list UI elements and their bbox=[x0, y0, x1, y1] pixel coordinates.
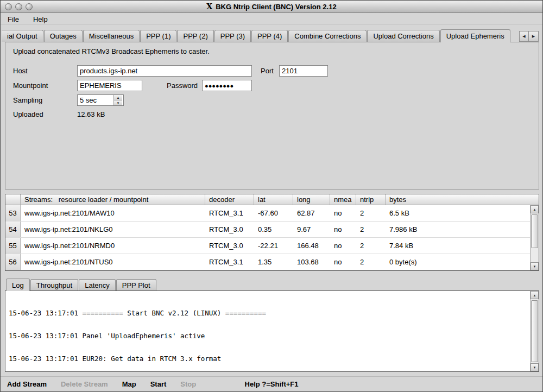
tab-upload-ephemeris[interactable]: Upload Ephemeris bbox=[440, 29, 510, 42]
sampling-spin-buttons: ▲ ▼ bbox=[113, 95, 122, 105]
log-line: 15-06-23 13:17:01 Panel 'UploadEphemeris… bbox=[9, 332, 527, 340]
x11-icon: X bbox=[206, 2, 212, 11]
streams-scrollbar[interactable]: ▲ ▼ bbox=[530, 205, 539, 270]
scrollbar-thumb[interactable] bbox=[531, 300, 538, 362]
cell-long: 9.67 bbox=[293, 222, 330, 237]
password-label: Password bbox=[167, 80, 198, 91]
spin-down-icon[interactable]: ▼ bbox=[114, 100, 122, 105]
tab-ppp-plot[interactable]: PPP Plot bbox=[116, 279, 156, 290]
header-decoder: decoder bbox=[205, 194, 254, 205]
spin-up-icon[interactable]: ▲ bbox=[114, 95, 122, 100]
stop-button: Stop bbox=[180, 380, 196, 388]
tab-serial-output[interactable]: ial Output bbox=[2, 30, 43, 42]
header-long: long bbox=[293, 194, 330, 205]
stream-row-53[interactable]: 53 www.igs-ip.net:2101/MAW10 RTCM_3.1 -6… bbox=[5, 205, 530, 222]
scroll-down-icon[interactable]: ▼ bbox=[531, 363, 539, 371]
add-stream-button[interactable]: Add Stream bbox=[7, 380, 47, 388]
row-number: 55 bbox=[5, 238, 21, 254]
help-shortcut-label: Help ?=Shift+F1 bbox=[245, 380, 299, 388]
map-button[interactable]: Map bbox=[122, 380, 136, 388]
main-tab-bar: ial Output Outages Miscellaneous PPP (1)… bbox=[2, 29, 516, 42]
row-number: 53 bbox=[5, 205, 21, 221]
tab-throughput[interactable]: Throughput bbox=[30, 279, 79, 290]
bottom-tab-bar: Log Throughput Latency PPP Plot bbox=[6, 279, 157, 291]
cell-nmea: no bbox=[330, 205, 356, 221]
cell-bytes: 0 byte(s) bbox=[386, 254, 530, 270]
tab-scroll-left-icon[interactable]: ◀ bbox=[519, 31, 529, 42]
tab-upload-corrections[interactable]: Upload Corrections bbox=[367, 30, 439, 42]
menu-file[interactable]: File bbox=[6, 15, 21, 24]
delete-stream-button: Delete Stream bbox=[61, 380, 108, 388]
tab-log[interactable]: Log bbox=[6, 279, 30, 291]
stream-row-56[interactable]: 56 www.igs-ip.net:2101/NTUS0 RTCM_3.1 1.… bbox=[5, 254, 530, 270]
window-title-area: X BKG Ntrip Client (BNC) Version 2.12 bbox=[1, 1, 542, 12]
mountpoint-label: Mountpoint bbox=[13, 80, 48, 91]
scrollbar-thumb[interactable] bbox=[531, 214, 538, 248]
uploaded-label: Uploaded bbox=[13, 109, 43, 120]
menu-bar: File Help bbox=[1, 14, 542, 25]
cell-ntrip: 2 bbox=[356, 205, 386, 221]
status-bar: Add Stream Delete Stream Map Start Stop … bbox=[1, 376, 542, 391]
log-text: 15-06-23 13:17:01 ========== Start BNC v… bbox=[5, 291, 530, 371]
header-streams: Streams: resource loader / mountpoint bbox=[21, 194, 205, 205]
log-panel: 15-06-23 13:17:01 ========== Start BNC v… bbox=[5, 290, 539, 372]
cell-long: 62.87 bbox=[293, 205, 330, 221]
cell-long: 103.68 bbox=[293, 254, 330, 270]
cell-ntrip: 2 bbox=[356, 222, 386, 237]
bnc-window: X BKG Ntrip Client (BNC) Version 2.12 Fi… bbox=[0, 0, 543, 392]
title-bar[interactable]: X BKG Ntrip Client (BNC) Version 2.12 bbox=[1, 1, 542, 13]
header-nmea: nmea bbox=[330, 194, 356, 205]
panel-description: Upload concatenated RTCMv3 Broadcast Eph… bbox=[13, 47, 210, 55]
tab-miscellaneous[interactable]: Miscellaneous bbox=[83, 30, 140, 42]
host-label: Host bbox=[13, 65, 28, 77]
header-corner bbox=[5, 194, 21, 205]
log-line: 15-06-23 13:17:01 ========== Start BNC v… bbox=[9, 309, 527, 317]
tab-latency[interactable]: Latency bbox=[79, 279, 116, 290]
window-title: BKG Ntrip Client (BNC) Version 2.12 bbox=[216, 3, 336, 11]
sampling-spinbox[interactable]: ▲ ▼ bbox=[77, 94, 124, 106]
cell-ntrip: 2 bbox=[356, 238, 386, 254]
log-line: 15-06-23 13:17:01 EUR20: Get data in RTC… bbox=[9, 355, 527, 363]
tab-ppp-1[interactable]: PPP (1) bbox=[140, 30, 176, 42]
tab-ppp-4[interactable]: PPP (4) bbox=[251, 30, 288, 42]
start-button[interactable]: Start bbox=[150, 380, 167, 388]
cell-bytes: 7.986 kB bbox=[386, 222, 530, 237]
cell-nmea: no bbox=[330, 238, 356, 254]
scroll-down-icon[interactable]: ▼ bbox=[531, 262, 539, 270]
tab-combine-corrections[interactable]: Combine Corrections bbox=[288, 30, 367, 42]
cell-resource: www.igs-ip.net:2101/NRMD0 bbox=[21, 238, 205, 254]
upload-ephemeris-panel: Upload concatenated RTCMv3 Broadcast Eph… bbox=[5, 42, 539, 189]
cell-lat: 0.35 bbox=[254, 222, 293, 237]
uploaded-value: 12.63 kB bbox=[77, 109, 105, 120]
scroll-up-icon[interactable]: ▲ bbox=[531, 291, 539, 299]
stream-row-55[interactable]: 55 www.igs-ip.net:2101/NRMD0 RTCM_3.0 -2… bbox=[5, 238, 530, 254]
port-label: Port bbox=[261, 65, 274, 77]
mountpoint-input[interactable] bbox=[77, 80, 142, 91]
sampling-label: Sampling bbox=[13, 94, 42, 106]
header-ntrip: ntrip bbox=[356, 194, 386, 205]
tab-scroll-buttons: ◀ ▶ bbox=[519, 31, 539, 42]
cell-bytes: 7.84 kB bbox=[386, 238, 530, 254]
tab-ppp-3[interactable]: PPP (3) bbox=[214, 30, 251, 42]
cell-resource: www.igs-ip.net:2101/MAW10 bbox=[21, 205, 205, 221]
stream-row-54[interactable]: 54 www.igs-ip.net:2101/NKLG0 RTCM_3.0 0.… bbox=[5, 222, 530, 238]
cell-decoder: RTCM_3.0 bbox=[205, 222, 254, 237]
tab-outages[interactable]: Outages bbox=[44, 30, 83, 42]
streams-table-header: Streams: resource loader / mountpoint de… bbox=[5, 194, 539, 205]
sampling-input[interactable] bbox=[78, 95, 113, 105]
log-scrollbar[interactable]: ▲ ▼ bbox=[530, 291, 539, 371]
scroll-up-icon[interactable]: ▲ bbox=[531, 205, 539, 213]
cell-nmea: no bbox=[330, 254, 356, 270]
password-input[interactable] bbox=[202, 80, 252, 91]
cell-lat: 1.35 bbox=[254, 254, 293, 270]
header-lat: lat bbox=[254, 194, 293, 205]
host-input[interactable] bbox=[77, 65, 252, 77]
cell-long: 166.48 bbox=[293, 238, 330, 254]
port-input[interactable] bbox=[279, 65, 328, 77]
cell-decoder: RTCM_3.1 bbox=[205, 205, 254, 221]
cell-resource: www.igs-ip.net:2101/NKLG0 bbox=[21, 222, 205, 237]
tab-ppp-2[interactable]: PPP (2) bbox=[177, 30, 213, 42]
cell-nmea: no bbox=[330, 222, 356, 237]
menu-help[interactable]: Help bbox=[31, 15, 49, 24]
tab-scroll-right-icon[interactable]: ▶ bbox=[529, 31, 539, 42]
